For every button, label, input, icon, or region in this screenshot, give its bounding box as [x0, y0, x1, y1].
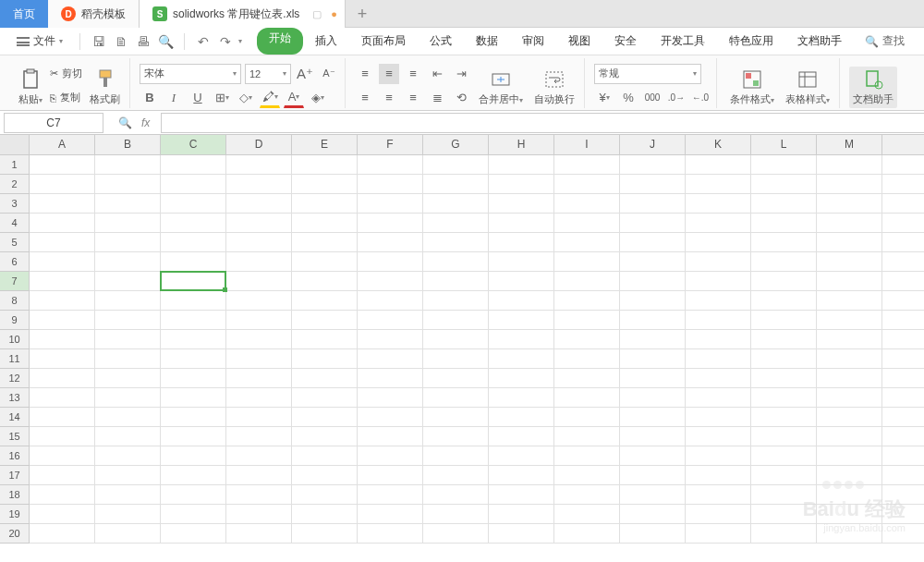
row-header[interactable]: 16: [0, 446, 29, 466]
cell[interactable]: [817, 446, 882, 465]
cell[interactable]: [554, 446, 620, 465]
cell[interactable]: [554, 388, 620, 407]
cell[interactable]: [30, 349, 95, 368]
cell[interactable]: [95, 446, 161, 465]
indent-increase-icon[interactable]: ⇥: [451, 64, 471, 84]
cell[interactable]: [95, 485, 161, 504]
cell[interactable]: [226, 330, 292, 348]
cell[interactable]: [292, 252, 358, 271]
cell[interactable]: [554, 272, 620, 290]
cell[interactable]: [292, 194, 358, 213]
cell[interactable]: [161, 233, 226, 251]
cell[interactable]: [817, 427, 882, 446]
cell[interactable]: [489, 272, 554, 290]
cell[interactable]: [751, 408, 817, 426]
align-top-icon[interactable]: ≡: [355, 64, 375, 84]
cell[interactable]: [489, 311, 554, 329]
cell[interactable]: [358, 194, 423, 213]
cell[interactable]: [620, 272, 686, 290]
percent-icon[interactable]: %: [618, 88, 638, 108]
cell[interactable]: [423, 408, 489, 426]
cell[interactable]: [161, 175, 226, 193]
cell[interactable]: [686, 194, 751, 213]
cell[interactable]: [620, 446, 686, 465]
cell[interactable]: [620, 349, 686, 368]
menu-tab-10[interactable]: 文档助手: [785, 28, 854, 55]
menu-tab-4[interactable]: 数据: [464, 28, 510, 55]
row-header[interactable]: 11: [0, 349, 29, 369]
cell[interactable]: [161, 349, 226, 368]
row-header[interactable]: 8: [0, 291, 29, 311]
cell[interactable]: [489, 524, 554, 543]
cell[interactable]: [817, 194, 882, 213]
saveas-icon[interactable]: 🗎: [112, 32, 130, 51]
cell[interactable]: [554, 330, 620, 348]
col-header[interactable]: D: [226, 135, 292, 154]
cell[interactable]: [620, 252, 686, 271]
decimal-decrease-icon[interactable]: ←.0: [690, 88, 711, 108]
cell[interactable]: [751, 194, 817, 213]
tab-add[interactable]: +: [346, 0, 379, 28]
conditional-format-button[interactable]: 条件格式▾: [726, 67, 778, 108]
cut-button[interactable]: ✂剪切: [50, 64, 82, 84]
menu-tab-5[interactable]: 审阅: [510, 28, 556, 55]
cell[interactable]: [686, 233, 751, 251]
cell[interactable]: [751, 214, 817, 232]
cell[interactable]: [358, 485, 423, 504]
cell[interactable]: [30, 369, 95, 387]
cell[interactable]: [358, 524, 423, 543]
cell[interactable]: [554, 505, 620, 523]
grow-font-icon[interactable]: A⁺: [295, 64, 315, 84]
cell[interactable]: [554, 311, 620, 329]
cell[interactable]: [423, 175, 489, 193]
zoom-icon[interactable]: 🔍: [118, 116, 132, 129]
cell[interactable]: [423, 446, 489, 465]
cell[interactable]: [30, 466, 95, 484]
cell[interactable]: [95, 233, 161, 251]
col-header[interactable]: B: [95, 135, 161, 154]
cell[interactable]: [620, 311, 686, 329]
cell[interactable]: [226, 252, 292, 271]
cell[interactable]: [95, 155, 161, 174]
cell[interactable]: [161, 214, 226, 232]
cell[interactable]: [751, 155, 817, 174]
col-header[interactable]: E: [292, 135, 358, 154]
format-painter-button[interactable]: 格式刷: [86, 67, 124, 108]
cell[interactable]: [489, 369, 554, 387]
cell[interactable]: [686, 408, 751, 426]
col-header[interactable]: H: [489, 135, 554, 154]
underline-button[interactable]: U: [188, 88, 208, 108]
cell[interactable]: [358, 272, 423, 290]
cell[interactable]: [30, 272, 95, 290]
cell[interactable]: [161, 291, 226, 310]
col-header[interactable]: A: [30, 135, 95, 154]
doc-helper-button[interactable]: 文档助手: [849, 67, 897, 108]
cell[interactable]: [226, 155, 292, 174]
cell[interactable]: [620, 194, 686, 213]
cell[interactable]: [751, 291, 817, 310]
cell[interactable]: [30, 330, 95, 348]
merge-button[interactable]: 合并居中▾: [475, 67, 527, 108]
cell[interactable]: [686, 485, 751, 504]
cell[interactable]: [95, 194, 161, 213]
cell[interactable]: [226, 214, 292, 232]
cell[interactable]: [358, 214, 423, 232]
cell[interactable]: [95, 252, 161, 271]
cell[interactable]: [686, 155, 751, 174]
cell[interactable]: [30, 175, 95, 193]
cell[interactable]: [620, 505, 686, 523]
cell[interactable]: [226, 175, 292, 193]
col-header[interactable]: F: [358, 135, 423, 154]
col-header[interactable]: G: [423, 135, 489, 154]
cell[interactable]: [554, 214, 620, 232]
row-header[interactable]: 19: [0, 505, 29, 524]
cell[interactable]: [30, 291, 95, 310]
cell[interactable]: [489, 505, 554, 523]
col-header[interactable]: I: [554, 135, 620, 154]
cell[interactable]: [358, 311, 423, 329]
cell[interactable]: [423, 388, 489, 407]
cell[interactable]: [226, 272, 292, 290]
cell[interactable]: [751, 427, 817, 446]
menu-tab-7[interactable]: 安全: [602, 28, 649, 55]
font-color-button[interactable]: A▾: [284, 88, 304, 108]
